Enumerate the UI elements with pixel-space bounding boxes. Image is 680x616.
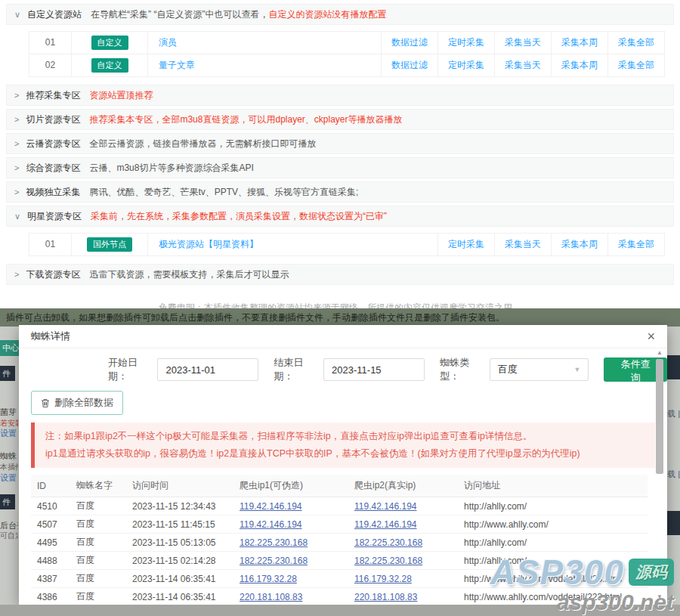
table-row: 4387百度2023-11-14 06:35:41116.179.32.2811… xyxy=(31,570,648,588)
cell-url: http://www.ahlly.com/voddetail/223.html xyxy=(458,588,648,605)
cell-id: 4510 xyxy=(31,497,70,515)
ip1-link[interactable]: 116.179.32.28 xyxy=(240,574,297,584)
spider-type-select[interactable]: 百度 ▼ xyxy=(490,358,589,381)
chevron-right-icon: > xyxy=(14,115,19,124)
row-index: 02 xyxy=(29,54,72,76)
end-date-input[interactable] xyxy=(323,358,425,381)
scroll-up-icon[interactable]: ▲ xyxy=(655,349,664,357)
chevron-right-icon: > xyxy=(14,91,19,100)
column-header: 访问时间 xyxy=(126,475,233,497)
action-link[interactable]: 定时采集 xyxy=(437,234,494,255)
cell-url: http://ahlly.com/ xyxy=(458,534,648,552)
action-link[interactable]: 定时采集 xyxy=(437,54,494,76)
cell-ip1: 116.179.32.28 xyxy=(233,570,348,588)
cell-ip2: 116.179.32.28 xyxy=(348,570,458,588)
ip2-link[interactable]: 220.181.108.83 xyxy=(354,592,417,602)
section-desc: 在导航栏“采集” “自定义资源”中也可以查看， xyxy=(91,8,268,21)
action-link[interactable]: 采集当天 xyxy=(494,234,551,255)
resource-name-link[interactable]: 演员 xyxy=(148,32,381,54)
scrollbar-thumb[interactable] xyxy=(656,359,663,474)
delete-all-button[interactable]: 删除全部数据 xyxy=(31,391,123,415)
resource-row: 02自定义量子文章数据过滤定时采集采集当天采集本周采集全部 xyxy=(29,54,664,76)
section-header[interactable]: >切片资源专区推荐采集本专区，全部m3u8直链资源，可以用dplayer、ckp… xyxy=(6,109,674,130)
ip1-link[interactable]: 182.225.230.168 xyxy=(240,537,308,548)
ip1-link[interactable]: 182.225.230.168 xyxy=(240,556,308,566)
resource-name-link[interactable]: 量子文章 xyxy=(148,54,381,76)
background-text-fragment: 中心 xyxy=(0,340,19,356)
ip2-link[interactable]: 119.42.146.194 xyxy=(354,519,417,530)
column-header: 蜘蛛名字 xyxy=(70,475,126,497)
action-link[interactable]: 采集本周 xyxy=(551,54,607,76)
plugin-uninstall-note-bar: 插件可点击卸载，如果想删除插件可卸载后点击删除插件，不要直接删插件文件，手动删除… xyxy=(0,308,680,327)
badge-cell: 自定义 xyxy=(72,54,148,76)
ip2-link[interactable]: 116.179.32.28 xyxy=(354,574,412,584)
action-link[interactable]: 采集全部 xyxy=(607,32,664,54)
section-header[interactable]: >综合资源专区云播、m3u8切片等多种资源综合采集API xyxy=(6,157,674,178)
section-header[interactable]: >云播资源专区全部云播资源，链接自带播放器，无需解析接口即可播放 xyxy=(6,133,674,154)
background-text-fragment: 蜘蛛 xyxy=(0,450,17,462)
section-header[interactable]: >视频独立采集腾讯、优酷、爱奇艺、芒果tv、PPTV、搜狐、乐视等官方直链采集; xyxy=(6,181,674,203)
section-header[interactable]: >下载资源专区迅雷下载资源，需要模板支持，采集后才可以显示 xyxy=(6,264,674,285)
chevron-down-icon: ∨ xyxy=(14,212,20,221)
section-header[interactable]: >推荐采集专区资源站置顶推荐 xyxy=(6,85,674,106)
action-link[interactable]: 采集本周 xyxy=(551,32,607,54)
action-link[interactable]: 数据过滤 xyxy=(381,32,437,54)
chevron-down-icon: ∨ xyxy=(14,10,20,20)
row-index: 01 xyxy=(29,234,72,255)
resource-row: 01自定义演员数据过滤定时采集采集当天采集本周采集全部 xyxy=(29,32,664,54)
cell-visit-time: 2023-11-15 05:13:05 xyxy=(126,534,233,552)
cell-ip2: 182.225.230.168 xyxy=(348,552,458,570)
cell-ip2: 119.42.146.194 xyxy=(348,515,458,534)
ip1-link[interactable]: 119.42.146.194 xyxy=(240,519,302,530)
plugin-uninstall-note: 插件可点击卸载，如果想删除插件可卸载后点击删除插件，不要直接删插件文件，手动删除… xyxy=(6,312,505,323)
cell-visit-time: 2023-11-14 06:35:41 xyxy=(126,588,233,605)
action-link[interactable]: 采集全部 xyxy=(607,54,664,76)
ip2-link[interactable]: 182.225.230.168 xyxy=(354,537,422,548)
section-title: 自定义资源站 xyxy=(27,8,82,21)
section-header[interactable]: ∨明星资源专区采集前，先在系统，采集参数配置，演员采集设置，数据状态设置为“已审… xyxy=(6,206,674,227)
start-date-label: 开始日期： xyxy=(108,356,153,383)
cell-id: 4387 xyxy=(31,570,70,588)
background-text-fragment: 件 xyxy=(0,494,15,509)
action-link[interactable]: 数据过滤 xyxy=(381,54,437,76)
section-desc-highlight: 资源站置顶推荐 xyxy=(89,89,153,102)
section-desc-highlight: 推荐采集本专区，全部m3u8直链资源，可以用dplayer、ckplayer等播… xyxy=(89,113,402,126)
action-link[interactable]: 定时采集 xyxy=(437,32,494,54)
cell-spider-name: 百度 xyxy=(70,515,126,534)
type-badge: 自定义 xyxy=(91,58,128,73)
close-icon[interactable]: × xyxy=(647,330,655,343)
background-bottom-bar xyxy=(0,605,680,616)
start-date-input[interactable] xyxy=(157,358,258,381)
resource-name-link[interactable]: 极光资源站【明星资料】 xyxy=(148,234,437,255)
action-link[interactable]: 采集全部 xyxy=(607,234,664,255)
section-desc-highlight: 采集前，先在系统，采集参数配置，演员采集设置，数据状态设置为“已审” xyxy=(91,210,387,223)
chevron-right-icon: > xyxy=(14,163,19,172)
modal-title: 蜘蛛详情 xyxy=(31,330,70,343)
action-link[interactable]: 采集当天 xyxy=(494,54,551,76)
cell-ip2: 220.181.108.83 xyxy=(348,588,458,605)
ip1-link[interactable]: 220.181.108.83 xyxy=(240,592,302,602)
background-text-fragment: 载 | xyxy=(667,408,680,419)
table-row: 4488百度2023-11-15 02:14:28182.225.230.168… xyxy=(31,552,648,570)
scroll-down-icon[interactable]: ▼ xyxy=(655,593,664,601)
spider-type-value: 百度 xyxy=(498,363,518,376)
column-header: ID xyxy=(31,475,70,497)
modal-scrollbar[interactable]: ▲ ▼ xyxy=(655,349,664,601)
badge-cell: 自定义 xyxy=(72,32,148,54)
section-title: 下载资源专区 xyxy=(26,268,80,281)
action-link[interactable]: 采集当天 xyxy=(494,32,551,54)
action-link[interactable]: 采集本周 xyxy=(551,234,607,255)
table-body: 4510百度2023-11-15 12:34:43119.42.146.1941… xyxy=(31,497,648,605)
ip2-link[interactable]: 182.225.230.168 xyxy=(354,556,422,566)
cell-id: 4488 xyxy=(31,552,70,570)
section-title: 推荐采集专区 xyxy=(26,89,80,102)
cell-id: 4495 xyxy=(31,534,70,552)
cell-url: http://www.ahlly.com/ xyxy=(458,515,648,534)
cell-url: http://www.ahlly.com/voddetail/223.html xyxy=(458,570,648,588)
sections-host: ∨自定义资源站在导航栏“采集” “自定义资源”中也可以查看，自定义的资源站没有播… xyxy=(0,4,680,285)
column-header: 爬虫ip2(真实ip) xyxy=(348,475,458,497)
ip1-link[interactable]: 119.42.146.194 xyxy=(240,501,302,512)
section-header[interactable]: ∨自定义资源站在导航栏“采集” “自定义资源”中也可以查看，自定义的资源站没有播… xyxy=(6,4,674,25)
column-header: 访问地址 xyxy=(458,475,648,497)
ip2-link[interactable]: 119.42.146.194 xyxy=(354,501,417,512)
